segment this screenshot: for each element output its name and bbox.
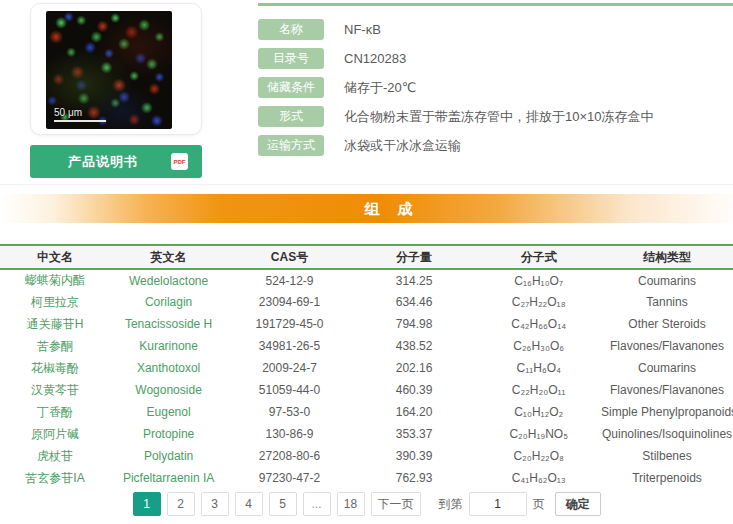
detail-label-badge: 形式 <box>258 106 324 127</box>
page-button-1[interactable]: 1 <box>133 492 161 516</box>
cell-en-name: Wogonoside <box>110 379 227 401</box>
cell-formula: C₁₁H₆O₄ <box>476 357 601 379</box>
cell-type: Quinolines/Isoquinolines <box>601 423 733 445</box>
page-button-3[interactable]: 3 <box>201 492 229 516</box>
cell-type: Coumarins <box>601 357 733 379</box>
cell-formula: C₂₀H₂₂O₈ <box>476 445 601 467</box>
cell-cn-name: 通关藤苷H <box>0 313 110 335</box>
product-details-panel: 名称 NF-κB 目录号 CN120283 储藏条件 储存于-20℃ 形式 化合… <box>258 3 733 164</box>
cell-cn-name: 虎杖苷 <box>0 445 110 467</box>
detail-row-catalog: 目录号 CN120283 <box>258 48 733 69</box>
table-row: 苦玄参苷IA Picfeltarraenin IA 97230-47-2 762… <box>0 467 733 489</box>
cell-cn-name: 苦玄参苷IA <box>0 467 110 489</box>
cell-cn-name: 花椒毒酚 <box>0 357 110 379</box>
cell-mw: 353.37 <box>352 423 477 445</box>
table-row: 苦参酮 Kurarinone 34981-26-5 438.52 C₂₆H₃₀O… <box>0 335 733 357</box>
product-manual-label: 产品说明书 <box>68 153 138 171</box>
cell-formula: C₂₇H₂₂O₁₈ <box>476 291 601 313</box>
column-header-en-name: 英文名 <box>110 245 227 269</box>
table-row: 柯里拉京 Corilagin 23094-69-1 634.46 C₂₇H₂₂O… <box>0 291 733 313</box>
page-button-2[interactable]: 2 <box>167 492 195 516</box>
column-header-cas: CAS号 <box>227 245 352 269</box>
goto-page-prefix-label: 到第 <box>439 496 463 513</box>
cell-cas: 23094-69-1 <box>227 291 352 313</box>
cell-en-name: Wedelolactone <box>110 269 227 291</box>
goto-page-suffix-label: 页 <box>533 496 545 513</box>
cell-en-name: Tenacissoside H <box>110 313 227 335</box>
table-row: 蟛蜞菊内酯 Wedelolactone 524-12-9 314.25 C₁₆H… <box>0 269 733 291</box>
cell-mw: 460.39 <box>352 379 477 401</box>
detail-label-badge: 目录号 <box>258 48 324 69</box>
cell-mw: 634.46 <box>352 291 477 313</box>
cell-cn-name: 汉黄芩苷 <box>0 379 110 401</box>
cell-formula: C₄₁H₆₂O₁₃ <box>476 467 601 489</box>
detail-value: 化合物粉末置于带盖冻存管中，排放于10×10冻存盒中 <box>344 108 654 126</box>
cell-formula: C₁₆H₁₀O₇ <box>476 269 601 291</box>
column-header-formula: 分子式 <box>476 245 601 269</box>
pagination: 1 2 3 4 5 ... 18 下一页 到第 页 确定 <box>0 492 733 516</box>
cell-type: Simple Phenylpropanoids <box>601 401 733 423</box>
page-ellipsis: ... <box>303 492 331 516</box>
cell-cas: 97-53-0 <box>227 401 352 423</box>
confirm-button[interactable]: 确定 <box>555 492 601 516</box>
table-row: 虎杖苷 Polydatin 27208-80-6 390.39 C₂₀H₂₂O₈… <box>0 445 733 467</box>
cell-type: Triterpenoids <box>601 467 733 489</box>
cell-cas: 191729-45-0 <box>227 313 352 335</box>
detail-value: NF-κB <box>344 22 381 37</box>
next-page-button[interactable]: 下一页 <box>371 492 421 516</box>
cell-cas: 51059-44-0 <box>227 379 352 401</box>
cell-cas: 2009-24-7 <box>227 357 352 379</box>
detail-row-name: 名称 NF-κB <box>258 19 733 40</box>
cell-cas: 34981-26-5 <box>227 335 352 357</box>
pdf-icon: PDF <box>171 153 188 170</box>
cell-cn-name: 柯里拉京 <box>0 291 110 313</box>
detail-label-badge: 名称 <box>258 19 324 40</box>
cell-cas: 97230-47-2 <box>227 467 352 489</box>
section-divider <box>0 184 733 185</box>
composition-banner: 组 成 <box>0 194 733 223</box>
table-row: 原阿片碱 Protopine 130-86-9 353.37 C₂₀H₁₉NO₅… <box>0 423 733 445</box>
product-media-column: 50 μm 产品说明书 PDF <box>30 3 202 178</box>
cell-en-name: Eugenol <box>110 401 227 423</box>
cell-type: Flavones/Flavanones <box>601 379 733 401</box>
cell-en-name: Xanthotoxol <box>110 357 227 379</box>
cell-en-name: Corilagin <box>110 291 227 313</box>
scale-bar <box>54 120 106 122</box>
goto-page-input[interactable] <box>469 492 527 516</box>
detail-row-format: 形式 化合物粉末置于带盖冻存管中，排放于10×10冻存盒中 <box>258 106 733 127</box>
cell-en-name: Protopine <box>110 423 227 445</box>
cell-cn-name: 苦参酮 <box>0 335 110 357</box>
cell-type: Tannins <box>601 291 733 313</box>
fluorescence-microscopy-image: 50 μm <box>46 11 172 129</box>
page-button-18[interactable]: 18 <box>337 492 365 516</box>
cell-formula: C₁₀H₁₂O₂ <box>476 401 601 423</box>
detail-label-badge: 运输方式 <box>258 135 324 156</box>
cell-cn-name: 蟛蜞菊内酯 <box>0 269 110 291</box>
cell-formula: C₄₂H₆₆O₁₄ <box>476 313 601 335</box>
cell-mw: 438.52 <box>352 335 477 357</box>
column-header-type: 结构类型 <box>601 245 733 269</box>
cell-type: Other Steroids <box>601 313 733 335</box>
cell-mw: 164.20 <box>352 401 477 423</box>
page-button-5[interactable]: 5 <box>269 492 297 516</box>
product-image-card: 50 μm <box>30 3 202 135</box>
cell-mw: 762.93 <box>352 467 477 489</box>
cell-formula: C₂₂H₂₀O₁₁ <box>476 379 601 401</box>
cell-type: Stilbenes <box>601 445 733 467</box>
table-row: 通关藤苷H Tenacissoside H 191729-45-0 794.98… <box>0 313 733 335</box>
detail-row-storage: 储藏条件 储存于-20℃ <box>258 77 733 98</box>
detail-value: 储存于-20℃ <box>344 79 416 97</box>
cell-mw: 794.98 <box>352 313 477 335</box>
cell-en-name: Polydatin <box>110 445 227 467</box>
cell-cas: 27208-80-6 <box>227 445 352 467</box>
cell-mw: 390.39 <box>352 445 477 467</box>
page-button-4[interactable]: 4 <box>235 492 263 516</box>
product-manual-button[interactable]: 产品说明书 PDF <box>30 145 202 178</box>
detail-value: 冰袋或干冰冰盒运输 <box>344 137 461 155</box>
cell-formula: C₂₀H₁₉NO₅ <box>476 423 601 445</box>
cell-mw: 202.16 <box>352 357 477 379</box>
cell-formula: C₂₆H₃₀O₆ <box>476 335 601 357</box>
column-header-cn-name: 中文名 <box>0 245 110 269</box>
cell-type: Coumarins <box>601 269 733 291</box>
scale-bar-label: 50 μm <box>54 107 82 118</box>
